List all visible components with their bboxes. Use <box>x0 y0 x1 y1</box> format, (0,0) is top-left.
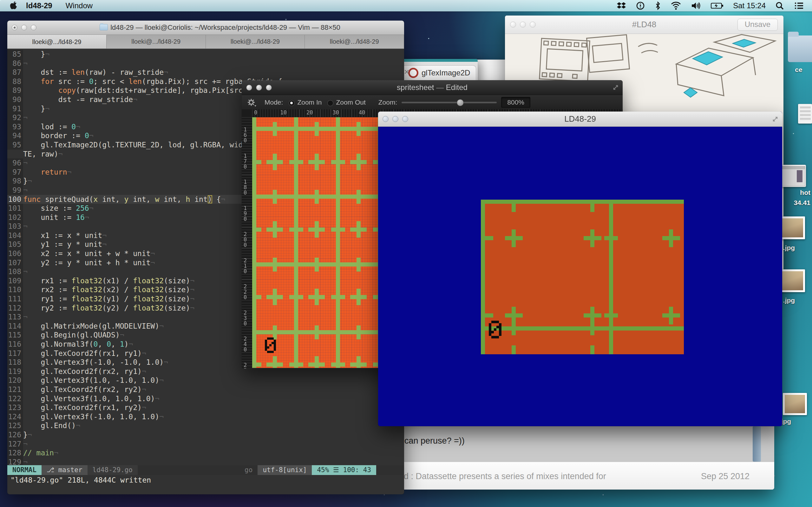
fullscreen-icon[interactable] <box>771 115 779 123</box>
menu-clock[interactable]: Sat 15:24 <box>733 1 766 10</box>
ruler-tick-label: 10 <box>281 109 287 116</box>
line-number: 114 <box>7 322 23 331</box>
zoom-in-radio[interactable] <box>289 100 295 106</box>
window-title: spritesheet — Edited <box>242 83 623 92</box>
line-number: 105 <box>7 240 23 249</box>
document-icon[interactable] <box>798 104 812 124</box>
wifi-icon[interactable] <box>671 2 681 10</box>
grid-line <box>289 228 303 232</box>
menu-app-name[interactable]: ld48-29 <box>26 1 52 10</box>
tab-close-icon[interactable]: × <box>404 67 409 77</box>
grid-line <box>267 346 269 349</box>
battery-charging-icon[interactable] <box>711 2 723 9</box>
zoom-out-radio[interactable] <box>327 100 334 106</box>
grid-line <box>496 321 499 323</box>
grid-line <box>499 328 502 331</box>
zoom-in-label[interactable]: Zoom In <box>297 99 322 106</box>
filename-segment: ld48-29.go <box>88 465 138 475</box>
window-title: LD48-29 <box>378 114 782 124</box>
time-machine-alert-icon[interactable] <box>636 1 645 10</box>
minimize-button[interactable] <box>21 25 27 31</box>
opengl-favicon <box>408 68 418 78</box>
desktop: can peruse? =)) d : Datassette presents … <box>0 0 812 507</box>
unsave-button[interactable]: Unsave <box>738 19 778 31</box>
terminal-tab[interactable]: lloeki@.../ld48-29 <box>107 35 206 49</box>
line-number: 106 <box>7 249 23 258</box>
zoom-button[interactable] <box>31 25 37 31</box>
terminal-tab[interactable]: lloeki@.../ld48-29 <box>305 35 404 49</box>
ruler-corner <box>242 109 252 118</box>
git-branch-segment: ⎇ master <box>42 465 88 475</box>
screenshot-icon[interactable] <box>779 165 806 187</box>
terminal-tab[interactable]: lloeki@.../ld48-29 <box>7 35 107 49</box>
folder-icon[interactable] <box>788 32 812 63</box>
line-number: 119 <box>7 367 23 376</box>
zoom-out-label[interactable]: Zoom Out <box>336 99 365 106</box>
chat-scrollbar-thumb[interactable] <box>753 426 761 462</box>
game-window[interactable]: LD48-29 <box>378 112 782 426</box>
zoom-slider-thumb[interactable] <box>457 99 464 106</box>
grid-line <box>265 342 267 344</box>
grid-line <box>481 326 684 331</box>
photo-icon[interactable] <box>780 269 805 292</box>
terminal-tab[interactable]: lloeki@.../ld48-29 <box>206 35 305 49</box>
line-number: 118 <box>7 358 23 367</box>
line-number: 102 <box>7 213 23 222</box>
apple-icon[interactable] <box>9 1 18 10</box>
chat-footer-date: Sep 25 2012 <box>701 471 750 481</box>
gear-icon[interactable] <box>247 98 256 107</box>
code-row: 124 gl.Vertex3f(-1.0, 1.0, 1.0)¬ <box>7 412 404 421</box>
line-number: 108 <box>7 267 23 276</box>
terminal-titlebar[interactable]: ld48-29 — lloeki@Coriolis: ~/Workspace/p… <box>7 20 404 35</box>
bluetooth-icon[interactable] <box>655 1 661 10</box>
folder-icon <box>100 24 108 31</box>
spritesheet-titlebar[interactable]: spritesheet — Edited <box>242 80 623 95</box>
photo-icon[interactable] <box>783 393 807 415</box>
grid-line <box>494 321 496 323</box>
game-titlebar[interactable]: LD48-29 <box>378 112 782 127</box>
dropbox-icon[interactable] <box>617 2 626 10</box>
zoom-value[interactable]: 800% <box>501 97 530 108</box>
grid-line <box>669 229 673 247</box>
ruler-tick-label: 210 <box>243 258 247 274</box>
code-row: 128// main¬ <box>7 448 404 458</box>
line-number: 88 <box>7 77 23 86</box>
grid-line <box>590 229 595 247</box>
branch-icon: ⎇ <box>47 466 54 474</box>
encoding-segment: utf-8[unix] <box>258 465 312 475</box>
grid-line <box>315 356 319 368</box>
spotlight-icon[interactable] <box>775 1 784 10</box>
photo-icon[interactable] <box>780 216 805 239</box>
folder-icon-label[interactable]: ce <box>789 66 808 73</box>
chevron-down-icon <box>254 105 256 107</box>
grid-line <box>252 295 261 299</box>
zoom-slider[interactable] <box>402 102 497 103</box>
grid-line <box>273 258 277 272</box>
menu-item-window[interactable]: Window <box>66 1 93 10</box>
grid-line <box>512 229 516 247</box>
line-number: 101 <box>7 204 23 213</box>
grid-line <box>315 221 319 238</box>
grid-line <box>357 289 361 305</box>
grid-line <box>489 331 491 333</box>
ruler-tick-label: 40 <box>359 109 365 116</box>
game-sprite-quad <box>481 200 684 354</box>
spritesheet-toolbar: Mode: Zoom In Zoom Out Zoom: 800% <box>242 95 623 110</box>
close-button[interactable] <box>12 25 17 31</box>
ruler-tick-label: 180 <box>243 179 247 195</box>
volume-icon[interactable] <box>691 2 701 10</box>
line-number: 122 <box>7 394 23 403</box>
grid-line <box>499 326 502 328</box>
browser-tab[interactable]: glTexImage2D <box>402 65 476 80</box>
grid-line <box>590 345 595 354</box>
vim-statusline: NORMAL ⎇ master ld48-29.go go utf-8[unix… <box>7 465 404 475</box>
grid-line <box>512 322 516 335</box>
line-number: 110 <box>7 285 23 294</box>
grid-line <box>265 340 267 342</box>
grid-line <box>357 190 361 204</box>
line-number: 86 <box>7 59 23 68</box>
fullscreen-icon[interactable] <box>612 83 619 91</box>
ld48-titlebar[interactable]: #LD48 Unsave <box>505 15 783 34</box>
notification-list-icon[interactable] <box>794 2 804 9</box>
grid-line <box>273 221 277 238</box>
